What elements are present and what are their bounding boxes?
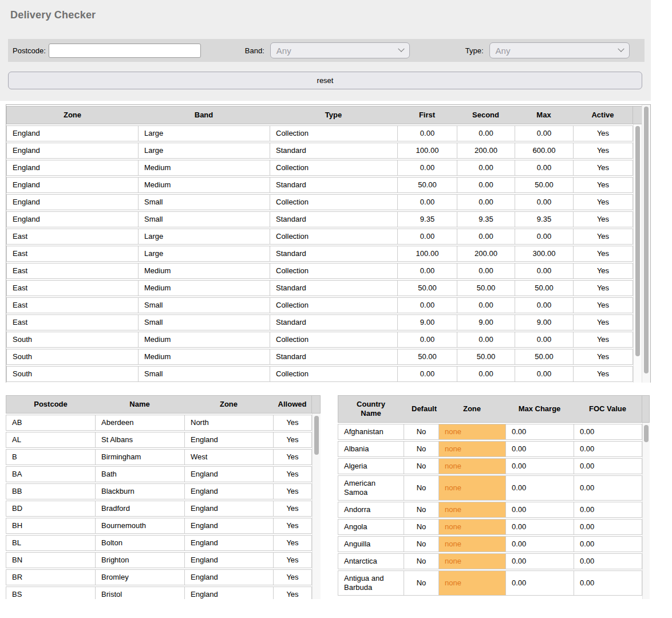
table-cell: Collection — [270, 332, 397, 348]
table-cell: Albania — [338, 441, 404, 457]
table-cell: BS — [6, 586, 95, 599]
table-cell: 0.00 — [515, 332, 573, 348]
table-cell: Yes — [573, 349, 633, 365]
table-cell: Blackburn — [95, 483, 184, 499]
table-row: EastSmallStandard9.009.009.00Yes — [6, 314, 633, 330]
table-cell: 0.00 — [505, 536, 574, 552]
rates-table: ZoneBandTypeFirstSecondMaxActive England… — [6, 105, 633, 383]
table-cell: Large — [138, 125, 270, 141]
table-cell: none — [438, 441, 505, 457]
scrollbar-thumb[interactable] — [314, 416, 319, 455]
table-cell: 0.00 — [397, 332, 457, 348]
table-cell: none — [438, 536, 505, 552]
table-cell: Bromley — [95, 569, 184, 585]
table-row: ABAberdeenNorthYes — [6, 415, 312, 431]
table-cell: 0.00 — [574, 536, 642, 552]
countries-table: Country NameDefaultZoneMax ChargeFOC Val… — [338, 394, 642, 597]
table-cell: 0.00 — [457, 160, 515, 176]
postcode-label: Postcode: — [13, 46, 46, 55]
countries-panel: Country NameDefaultZoneMax ChargeFOC Val… — [338, 394, 650, 599]
table-cell: Yes — [573, 177, 633, 193]
table-cell: Medium — [138, 332, 270, 348]
table-cell: AL — [6, 432, 95, 448]
table-row: BABathEnglandYes — [6, 466, 312, 482]
table-cell: England — [184, 483, 273, 499]
column-header: First — [397, 106, 457, 124]
table-cell: 0.00 — [397, 125, 457, 141]
table-cell: England — [184, 569, 273, 585]
table-cell: Medium — [138, 349, 270, 365]
table-cell: 200.00 — [457, 246, 515, 262]
table-cell: Medium — [138, 280, 270, 296]
rates-table-scrollbar[interactable] — [633, 124, 642, 383]
table-cell: Afghanistan — [338, 424, 404, 440]
table-row: BNBrightonEnglandYes — [6, 552, 312, 568]
column-header: FOC Value — [574, 395, 642, 423]
table-cell: Collection — [270, 194, 397, 210]
header-section: Delivery Checker Postcode: Band: Any Typ… — [0, 0, 651, 101]
table-cell: 0.00 — [397, 366, 457, 382]
table-cell: Angola — [338, 519, 404, 535]
reset-button[interactable]: reset — [8, 72, 642, 89]
type-select[interactable]: Any — [489, 42, 630, 58]
table-cell: 9.00 — [515, 314, 573, 330]
column-header: Default — [404, 395, 438, 423]
table-cell: 50.00 — [515, 177, 573, 193]
scrollbar-thumb[interactable] — [644, 107, 649, 373]
scrollbar-thumb[interactable] — [635, 126, 640, 356]
type-select-value: Any — [496, 46, 511, 56]
table-cell: Yes — [573, 194, 633, 210]
table-cell: Medium — [138, 160, 270, 176]
postcode-input[interactable] — [49, 44, 201, 58]
table-cell: Small — [138, 194, 270, 210]
column-header: Zone — [6, 106, 138, 124]
table-cell: none — [438, 519, 505, 535]
table-cell: St Albans — [95, 432, 184, 448]
table-cell: BD — [6, 501, 95, 517]
postcodes-scrollbar[interactable] — [312, 414, 321, 599]
table-cell: 0.00 — [457, 332, 515, 348]
rates-panel-scrollbar[interactable] — [642, 105, 650, 383]
table-cell: East — [6, 229, 138, 245]
table-row: EastLargeStandard100.00200.00300.00Yes — [6, 246, 633, 262]
countries-header-row: Country NameDefaultZoneMax ChargeFOC Val… — [338, 395, 642, 423]
table-cell: East — [6, 246, 138, 262]
table-cell: No — [404, 458, 438, 474]
table-cell: England — [6, 177, 138, 193]
table-cell: Yes — [573, 263, 633, 279]
table-cell: Large — [138, 229, 270, 245]
table-row: EastSmallCollection0.000.000.00Yes — [6, 297, 633, 313]
table-cell: Yes — [573, 280, 633, 296]
countries-scrollbar[interactable] — [642, 423, 650, 599]
table-cell: Standard — [270, 314, 397, 330]
table-cell: Small — [138, 366, 270, 382]
table-cell: West — [184, 449, 273, 465]
column-header: Active — [573, 106, 633, 124]
column-header: Type — [270, 106, 397, 124]
table-cell: England — [6, 211, 138, 227]
table-cell: 0.00 — [397, 229, 457, 245]
header-corner — [633, 106, 642, 124]
table-cell: none — [438, 475, 505, 501]
table-cell: Yes — [573, 246, 633, 262]
band-select-value: Any — [276, 46, 291, 56]
table-cell: 0.00 — [574, 553, 642, 569]
table-cell: 600.00 — [515, 143, 573, 159]
band-label: Band: — [245, 46, 264, 55]
table-row: EastMediumCollection0.000.000.00Yes — [6, 263, 633, 279]
table-cell: Anguilla — [338, 536, 404, 552]
table-cell: Yes — [573, 332, 633, 348]
table-cell: Antarctica — [338, 553, 404, 569]
table-cell: Birmingham — [95, 449, 184, 465]
band-select[interactable]: Any — [270, 42, 410, 58]
table-cell: Large — [138, 246, 270, 262]
table-row: BBBlackburnEnglandYes — [6, 483, 312, 499]
scrollbar-thumb[interactable] — [644, 425, 649, 442]
table-cell: England — [184, 586, 273, 599]
table-cell: England — [6, 125, 138, 141]
table-cell: Yes — [273, 466, 312, 482]
table-row: BSBristolEnglandYes — [6, 586, 312, 599]
table-row: AntarcticaNonone0.000.00 — [338, 553, 642, 569]
table-row: American SamoaNonone0.000.00 — [338, 475, 642, 501]
table-cell: 0.00 — [515, 263, 573, 279]
